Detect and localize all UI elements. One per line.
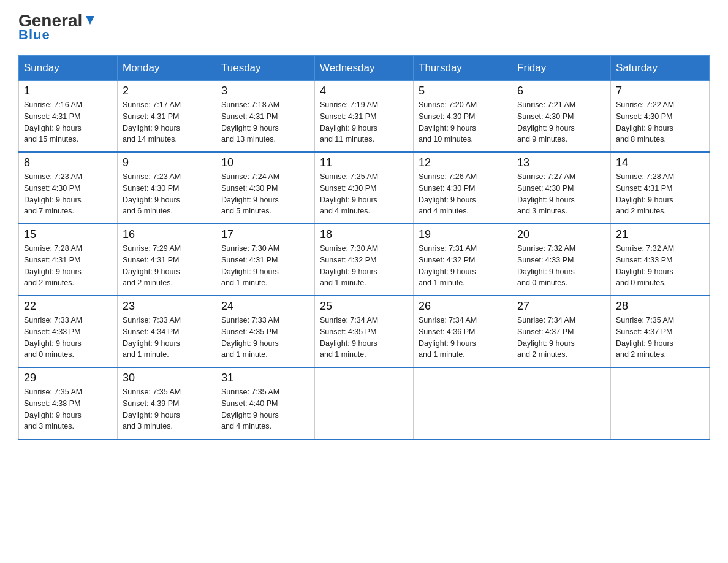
day-info: Sunrise: 7:23 AMSunset: 4:30 PMDaylight:… xyxy=(123,171,211,217)
day-info: Sunrise: 7:28 AMSunset: 4:31 PMDaylight:… xyxy=(616,171,704,217)
day-header-thursday: Thursday xyxy=(414,56,512,81)
day-number: 11 xyxy=(320,156,408,169)
day-number: 23 xyxy=(123,300,211,313)
day-number: 6 xyxy=(517,85,605,98)
calendar-cell: 14Sunrise: 7:28 AMSunset: 4:31 PMDayligh… xyxy=(611,152,710,224)
day-number: 22 xyxy=(24,300,112,313)
day-info: Sunrise: 7:32 AMSunset: 4:33 PMDaylight:… xyxy=(517,243,605,289)
svg-marker-0 xyxy=(86,16,94,25)
day-number: 30 xyxy=(123,372,211,385)
day-header-tuesday: Tuesday xyxy=(216,56,315,81)
day-info: Sunrise: 7:33 AMSunset: 4:33 PMDaylight:… xyxy=(24,315,112,361)
day-number: 9 xyxy=(123,156,211,169)
calendar-cell: 30Sunrise: 7:35 AMSunset: 4:39 PMDayligh… xyxy=(118,367,216,439)
day-number: 3 xyxy=(221,85,309,98)
day-number: 31 xyxy=(221,372,309,385)
day-info: Sunrise: 7:18 AMSunset: 4:31 PMDaylight:… xyxy=(221,99,309,145)
day-info: Sunrise: 7:20 AMSunset: 4:30 PMDaylight:… xyxy=(419,99,507,145)
day-info: Sunrise: 7:30 AMSunset: 4:31 PMDaylight:… xyxy=(221,243,309,289)
calendar-cell: 22Sunrise: 7:33 AMSunset: 4:33 PMDayligh… xyxy=(19,296,118,367)
day-number: 27 xyxy=(517,300,605,313)
calendar-cell: 27Sunrise: 7:34 AMSunset: 4:37 PMDayligh… xyxy=(512,296,611,367)
day-info: Sunrise: 7:33 AMSunset: 4:35 PMDaylight:… xyxy=(221,315,309,361)
day-info: Sunrise: 7:23 AMSunset: 4:30 PMDaylight:… xyxy=(24,171,112,217)
logo-triangle-icon xyxy=(83,13,97,27)
calendar-cell: 13Sunrise: 7:27 AMSunset: 4:30 PMDayligh… xyxy=(512,152,611,224)
day-info: Sunrise: 7:35 AMSunset: 4:38 PMDaylight:… xyxy=(24,386,112,432)
day-number: 21 xyxy=(616,228,704,241)
calendar-cell: 5Sunrise: 7:20 AMSunset: 4:30 PMDaylight… xyxy=(414,81,512,153)
calendar-cell xyxy=(315,367,414,439)
calendar-cell: 29Sunrise: 7:35 AMSunset: 4:38 PMDayligh… xyxy=(19,367,118,439)
day-number: 24 xyxy=(221,300,309,313)
day-info: Sunrise: 7:35 AMSunset: 4:37 PMDaylight:… xyxy=(616,315,704,361)
day-info: Sunrise: 7:30 AMSunset: 4:32 PMDaylight:… xyxy=(320,243,408,289)
page-header: General Blue xyxy=(18,12,710,43)
day-number: 4 xyxy=(320,85,408,98)
logo: General Blue xyxy=(18,12,97,43)
calendar-cell: 23Sunrise: 7:33 AMSunset: 4:34 PMDayligh… xyxy=(118,296,216,367)
day-info: Sunrise: 7:34 AMSunset: 4:37 PMDaylight:… xyxy=(517,315,605,361)
day-info: Sunrise: 7:32 AMSunset: 4:33 PMDaylight:… xyxy=(616,243,704,289)
calendar-cell: 21Sunrise: 7:32 AMSunset: 4:33 PMDayligh… xyxy=(611,224,710,296)
calendar-cell: 8Sunrise: 7:23 AMSunset: 4:30 PMDaylight… xyxy=(19,152,118,224)
calendar-cell: 1Sunrise: 7:16 AMSunset: 4:31 PMDaylight… xyxy=(19,81,118,153)
calendar-cell: 19Sunrise: 7:31 AMSunset: 4:32 PMDayligh… xyxy=(414,224,512,296)
day-info: Sunrise: 7:28 AMSunset: 4:31 PMDaylight:… xyxy=(24,243,112,289)
day-number: 18 xyxy=(320,228,408,241)
day-header-sunday: Sunday xyxy=(19,56,118,81)
week-row-4: 22Sunrise: 7:33 AMSunset: 4:33 PMDayligh… xyxy=(19,296,710,367)
calendar-cell: 4Sunrise: 7:19 AMSunset: 4:31 PMDaylight… xyxy=(315,81,414,153)
day-info: Sunrise: 7:29 AMSunset: 4:31 PMDaylight:… xyxy=(123,243,211,289)
calendar-cell: 25Sunrise: 7:34 AMSunset: 4:35 PMDayligh… xyxy=(315,296,414,367)
day-number: 10 xyxy=(221,156,309,169)
calendar-cell: 2Sunrise: 7:17 AMSunset: 4:31 PMDaylight… xyxy=(118,81,216,153)
day-number: 16 xyxy=(123,228,211,241)
day-info: Sunrise: 7:16 AMSunset: 4:31 PMDaylight:… xyxy=(24,99,112,145)
calendar-cell xyxy=(611,367,710,439)
week-row-1: 1Sunrise: 7:16 AMSunset: 4:31 PMDaylight… xyxy=(19,81,710,153)
calendar-cell: 28Sunrise: 7:35 AMSunset: 4:37 PMDayligh… xyxy=(611,296,710,367)
calendar-cell: 20Sunrise: 7:32 AMSunset: 4:33 PMDayligh… xyxy=(512,224,611,296)
day-number: 12 xyxy=(419,156,507,169)
day-number: 29 xyxy=(24,372,112,385)
calendar-table: SundayMondayTuesdayWednesdayThursdayFrid… xyxy=(18,55,710,440)
calendar-cell xyxy=(414,367,512,439)
week-row-3: 15Sunrise: 7:28 AMSunset: 4:31 PMDayligh… xyxy=(19,224,710,296)
day-info: Sunrise: 7:22 AMSunset: 4:30 PMDaylight:… xyxy=(616,99,704,145)
day-info: Sunrise: 7:34 AMSunset: 4:35 PMDaylight:… xyxy=(320,315,408,361)
day-header-wednesday: Wednesday xyxy=(315,56,414,81)
calendar-cell: 26Sunrise: 7:34 AMSunset: 4:36 PMDayligh… xyxy=(414,296,512,367)
day-number: 15 xyxy=(24,228,112,241)
calendar-cell: 24Sunrise: 7:33 AMSunset: 4:35 PMDayligh… xyxy=(216,296,315,367)
day-info: Sunrise: 7:31 AMSunset: 4:32 PMDaylight:… xyxy=(419,243,507,289)
calendar-cell: 9Sunrise: 7:23 AMSunset: 4:30 PMDaylight… xyxy=(118,152,216,224)
day-number: 13 xyxy=(517,156,605,169)
day-number: 8 xyxy=(24,156,112,169)
calendar-cell: 6Sunrise: 7:21 AMSunset: 4:30 PMDaylight… xyxy=(512,81,611,153)
day-number: 7 xyxy=(616,85,704,98)
day-info: Sunrise: 7:26 AMSunset: 4:30 PMDaylight:… xyxy=(419,171,507,217)
day-info: Sunrise: 7:35 AMSunset: 4:40 PMDaylight:… xyxy=(221,386,309,432)
day-number: 19 xyxy=(419,228,507,241)
calendar-cell: 18Sunrise: 7:30 AMSunset: 4:32 PMDayligh… xyxy=(315,224,414,296)
day-header-monday: Monday xyxy=(118,56,216,81)
day-number: 28 xyxy=(616,300,704,313)
day-number: 14 xyxy=(616,156,704,169)
calendar-cell: 15Sunrise: 7:28 AMSunset: 4:31 PMDayligh… xyxy=(19,224,118,296)
logo-blue: Blue xyxy=(18,27,50,43)
calendar-cell: 31Sunrise: 7:35 AMSunset: 4:40 PMDayligh… xyxy=(216,367,315,439)
week-row-2: 8Sunrise: 7:23 AMSunset: 4:30 PMDaylight… xyxy=(19,152,710,224)
day-info: Sunrise: 7:21 AMSunset: 4:30 PMDaylight:… xyxy=(517,99,605,145)
day-number: 26 xyxy=(419,300,507,313)
day-number: 17 xyxy=(221,228,309,241)
calendar-cell: 10Sunrise: 7:24 AMSunset: 4:30 PMDayligh… xyxy=(216,152,315,224)
day-info: Sunrise: 7:35 AMSunset: 4:39 PMDaylight:… xyxy=(123,386,211,432)
week-row-5: 29Sunrise: 7:35 AMSunset: 4:38 PMDayligh… xyxy=(19,367,710,439)
day-info: Sunrise: 7:27 AMSunset: 4:30 PMDaylight:… xyxy=(517,171,605,217)
calendar-cell xyxy=(512,367,611,439)
day-info: Sunrise: 7:25 AMSunset: 4:30 PMDaylight:… xyxy=(320,171,408,217)
calendar-cell: 7Sunrise: 7:22 AMSunset: 4:30 PMDaylight… xyxy=(611,81,710,153)
day-number: 20 xyxy=(517,228,605,241)
calendar-cell: 3Sunrise: 7:18 AMSunset: 4:31 PMDaylight… xyxy=(216,81,315,153)
